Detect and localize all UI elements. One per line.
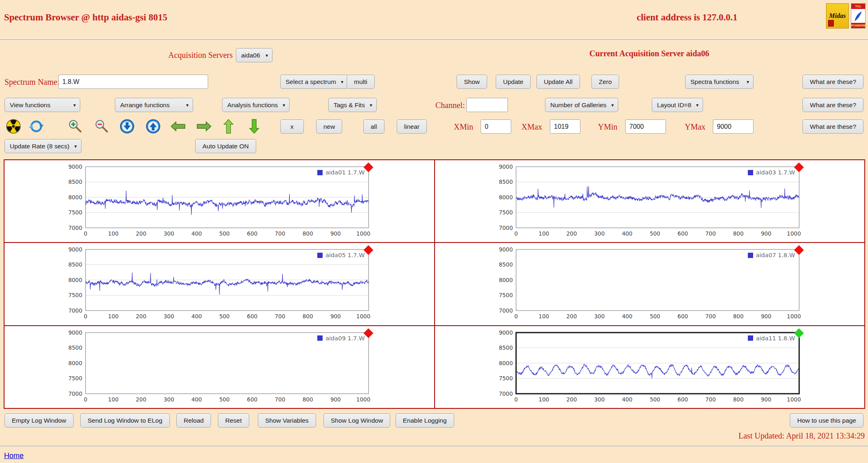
help-button-spectrum-row[interactable]: What are these? xyxy=(802,75,864,89)
number-of-galleries-value: Number of Galleries xyxy=(550,101,607,109)
gallery-cell-aida07[interactable]: 7000750080008500900001002003004005006007… xyxy=(435,243,865,325)
arrange-functions-select[interactable]: Arrange functions ▾ xyxy=(115,98,193,112)
update-button[interactable]: Update xyxy=(496,75,531,89)
gallery-cell-aida01[interactable]: 7000750080008500900001002003004005006007… xyxy=(4,160,435,243)
svg-text:9000: 9000 xyxy=(499,329,512,335)
new-button[interactable]: new xyxy=(316,119,342,134)
show-button[interactable]: Show xyxy=(457,75,487,89)
header-logos: Midas TCL POWERED xyxy=(826,3,866,29)
legend-label: aida01 1.7.W xyxy=(325,169,365,176)
svg-text:500: 500 xyxy=(219,230,230,237)
svg-text:200: 200 xyxy=(566,230,577,237)
analysis-functions-select[interactable]: Analysis functions ▾ xyxy=(222,98,290,112)
svg-text:700: 700 xyxy=(705,396,716,403)
svg-text:400: 400 xyxy=(622,230,633,237)
svg-text:800: 800 xyxy=(303,230,313,237)
chart-legend: aida03 1.7.W xyxy=(748,169,795,176)
svg-text:8500: 8500 xyxy=(68,344,82,351)
svg-text:100: 100 xyxy=(538,313,549,320)
svg-text:7500: 7500 xyxy=(499,375,512,381)
svg-text:1000: 1000 xyxy=(356,396,370,403)
pan-left-icon[interactable] xyxy=(170,121,186,132)
zero-button[interactable]: Zero xyxy=(591,75,619,89)
svg-text:7500: 7500 xyxy=(499,209,512,216)
zoom-out-icon[interactable] xyxy=(94,119,109,134)
svg-text:800: 800 xyxy=(733,313,743,320)
show-variables-button[interactable]: Show Variables xyxy=(258,413,316,428)
svg-text:900: 900 xyxy=(330,313,341,320)
gallery-cell-aida09[interactable]: 7000750080008500900001002003004005006007… xyxy=(4,326,435,408)
zoom-in-icon[interactable] xyxy=(68,119,82,134)
xmin-input[interactable] xyxy=(481,119,511,134)
how-to-use-button[interactable]: How to use this page xyxy=(790,413,864,428)
svg-text:8000: 8000 xyxy=(499,277,512,283)
legend-swatch xyxy=(317,170,323,175)
svg-text:7000: 7000 xyxy=(499,390,512,397)
x-axis-button[interactable]: x xyxy=(280,119,304,134)
update-all-button[interactable]: Update All xyxy=(536,75,580,89)
legend-swatch xyxy=(317,253,323,258)
svg-text:900: 900 xyxy=(761,313,771,320)
all-button[interactable]: all xyxy=(363,119,385,134)
spectrum-name-label: Spectrum Name: xyxy=(4,77,59,87)
send-log-to-elog-button[interactable]: Send Log Window to ELog xyxy=(80,413,170,428)
svg-text:700: 700 xyxy=(275,230,286,237)
svg-text:1000: 1000 xyxy=(787,313,801,320)
pan-down-icon[interactable] xyxy=(248,119,260,134)
tags-fits-select[interactable]: Tags & Fits ▾ xyxy=(328,98,377,112)
range-down-icon[interactable] xyxy=(119,119,135,134)
multi-button[interactable]: multi xyxy=(347,75,375,89)
number-of-galleries-select[interactable]: Number of Galleries ▾ xyxy=(545,98,618,112)
acquisition-server-select[interactable]: aida06 ▾ xyxy=(236,48,272,62)
svg-text:7000: 7000 xyxy=(68,225,82,231)
spectra-functions-select[interactable]: Spectra functions ▾ xyxy=(685,75,754,89)
chevron-down-icon: ▾ xyxy=(186,103,189,108)
gallery-cell-aida03[interactable]: 7000750080008500900001002003004005006007… xyxy=(435,160,865,243)
chart-legend: aida09 1.7.W xyxy=(317,335,365,342)
spectrum-name-input[interactable] xyxy=(58,75,208,89)
pan-right-icon[interactable] xyxy=(196,121,212,132)
svg-text:700: 700 xyxy=(705,313,716,320)
svg-text:400: 400 xyxy=(622,396,633,403)
svg-text:600: 600 xyxy=(677,313,688,320)
chevron-down-icon: ▾ xyxy=(341,79,343,84)
ymax-input[interactable] xyxy=(713,119,754,134)
legend-swatch xyxy=(317,335,323,341)
svg-text:100: 100 xyxy=(538,230,549,237)
svg-text:700: 700 xyxy=(705,230,716,237)
enable-logging-button[interactable]: Enable Logging xyxy=(396,413,454,428)
select-spectrum-dropdown[interactable]: Select a spectrum ▾ xyxy=(280,75,348,89)
gallery-cell-aida11[interactable]: 7000750080008500900001002003004005006007… xyxy=(435,326,865,408)
tags-fits-value: Tags & Fits xyxy=(334,101,365,109)
home-link[interactable]: Home xyxy=(4,452,24,460)
svg-text:500: 500 xyxy=(219,396,230,403)
gallery-cell-aida05[interactable]: 7000750080008500900001002003004005006007… xyxy=(4,243,435,325)
help-button-zoom-row[interactable]: What are these? xyxy=(802,119,864,134)
help-button-functions-row[interactable]: What are these? xyxy=(802,98,864,112)
show-log-window-button[interactable]: Show Log Window xyxy=(323,413,390,428)
ymin-input[interactable] xyxy=(625,119,666,134)
reload-button[interactable]: Reload xyxy=(176,413,211,428)
select-spectrum-value: Select a spectrum xyxy=(286,78,336,86)
channel-input[interactable] xyxy=(466,98,508,112)
empty-log-window-button[interactable]: Empty Log Window xyxy=(4,413,74,428)
view-functions-select[interactable]: View functions ▾ xyxy=(4,98,80,112)
legend-label: aida07 1.8.W xyxy=(756,252,795,258)
layout-id-select[interactable]: Layout ID=8 ▾ xyxy=(652,98,703,112)
pan-up-icon[interactable] xyxy=(223,119,234,134)
refresh-icon[interactable] xyxy=(29,119,44,134)
svg-text:1000: 1000 xyxy=(356,230,370,237)
chevron-down-icon: ▾ xyxy=(611,103,614,108)
acquisition-server-value: aida06 xyxy=(241,52,260,59)
legend-label: aida05 1.7.W xyxy=(325,252,365,258)
svg-text:7000: 7000 xyxy=(68,307,82,314)
radiation-icon[interactable] xyxy=(6,119,21,134)
svg-text:300: 300 xyxy=(594,396,604,403)
linear-button[interactable]: linear xyxy=(397,119,427,134)
auto-update-button[interactable]: Auto Update ON xyxy=(195,139,256,153)
reset-button[interactable]: Reset xyxy=(218,413,249,428)
midas-logo: Midas xyxy=(826,3,849,29)
update-rate-select[interactable]: Update Rate (8 secs) ▾ xyxy=(4,139,81,153)
xmax-input[interactable] xyxy=(550,119,580,134)
range-up-icon[interactable] xyxy=(145,119,161,134)
